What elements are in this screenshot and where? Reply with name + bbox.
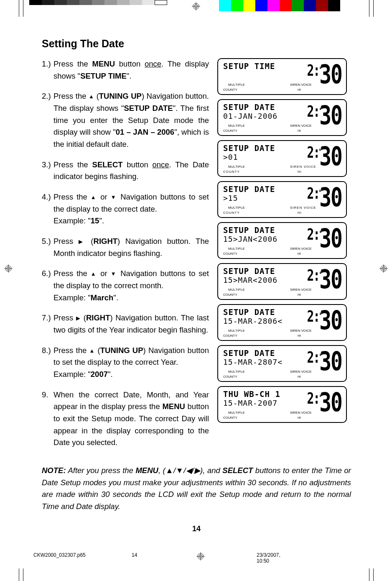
footer-page: 14 (132, 552, 196, 564)
lcd-panel-1: SETUP TIMEMULTIPLESIREN VOICECOUNTYHI⇞2:… (217, 58, 347, 95)
step-9: 9.When the correct Date, Month, and Year… (42, 389, 209, 449)
instruction-steps: 1.)Press the MENU button once. The displ… (42, 58, 209, 457)
registration-mark-left-icon (4, 264, 13, 273)
step-6: 6.)Press the ▲ or ▼ Navigation buttons t… (42, 268, 209, 304)
lcd-panel-6: SETUP DATE15>MAR<2006MULTIPLESIREN VOICE… (217, 263, 347, 300)
lcd-clock: 2:30 (307, 305, 342, 335)
note-label: NOTE: (42, 466, 66, 475)
lcd-clock: 2:30 (307, 387, 342, 417)
page-content: Setting The Date 1.)Press the MENU butto… (42, 38, 351, 533)
lcd-hi: HI (298, 375, 301, 379)
lcd-county: COUNTY (223, 375, 237, 379)
lcd-column: SETUP TIMEMULTIPLESIREN VOICECOUNTYHI⇞2:… (217, 58, 347, 457)
lcd-multiple: MULTIPLE (228, 247, 245, 251)
step-7: 7.)Press ▶ (RIGHT) Navigation button. Th… (42, 312, 209, 336)
lcd-clock: 2:30 (307, 346, 342, 376)
lcd-panel-4: SETUP DATE>15MULTIPLESIREN VOICECOUNTYHI… (217, 181, 347, 218)
lcd-hi: HI (298, 170, 302, 174)
grayscale-bar (29, 0, 167, 5)
note-block: NOTE: After you press the MENU, (▲/▼/◀/▶… (42, 465, 351, 513)
lcd-county: COUNTY (223, 334, 237, 338)
registration-mark-right-icon (379, 264, 388, 273)
lcd-multiple: MULTIPLE (228, 370, 245, 374)
lcd-hi: HI (298, 334, 301, 338)
step-3: 3.)Press the SELECT button once. The Dat… (42, 159, 209, 183)
lcd-panel-7: SETUP DATE15-MAR-2806<MULTIPLESIREN VOIC… (217, 304, 347, 341)
lcd-county: COUNTY (223, 129, 237, 133)
lcd-county: COUNTY (223, 211, 240, 215)
lcd-clock: 2:30 (307, 100, 342, 131)
lcd-hi: HI (298, 129, 301, 133)
footer-file: CKW2000_032307.p65 (33, 552, 132, 564)
registration-top (0, 0, 392, 13)
lcd-multiple: MULTIPLE (228, 83, 245, 87)
color-bar (207, 0, 340, 11)
lcd-panel-2: SETUP DATE01-JAN-2006MULTIPLESIREN VOICE… (217, 99, 347, 136)
lcd-line2: >01MULTIPLESIREN VOICECOUNTYHI⇞2:30 (223, 153, 342, 161)
lcd-panel-8: SETUP DATE15-MAR-2807<MULTIPLESIREN VOIC… (217, 345, 347, 382)
step-1: 1.)Press the MENU button once. The displ… (42, 58, 209, 82)
lcd-county: COUNTY (223, 252, 237, 256)
lcd-multiple: MULTIPLE (228, 329, 245, 333)
lcd-panel-9: THU WB-CH 115-MAR-2007MULTIPLESIREN VOIC… (217, 386, 347, 423)
lcd-panel-5: SETUP DATE15>JAN<2006MULTIPLESIREN VOICE… (217, 222, 347, 259)
lcd-hi: HI (298, 252, 301, 256)
lcd-hi: HI (298, 211, 302, 215)
lcd-multiple: MULTIPLE (228, 165, 245, 169)
lcd-hi: HI (298, 293, 301, 297)
lcd-hi: HI (298, 88, 301, 92)
lcd-panel-3: SETUP DATE>01MULTIPLESIREN VOICECOUNTYHI… (217, 140, 347, 177)
lcd-multiple: MULTIPLE (228, 288, 245, 292)
page-title: Setting The Date (42, 38, 351, 50)
lcd-clock: 2:30 (307, 59, 342, 90)
step-5: 5.)Press ▶ (RIGHT) Navigation button. Th… (42, 235, 209, 259)
step-2: 2.)Press the ▲ (TUNING UP) Navigation bu… (42, 90, 209, 150)
lcd-multiple: MULTIPLE (228, 124, 245, 128)
lcd-county: COUNTY (223, 416, 237, 420)
lcd-clock: 2:30 (307, 223, 342, 253)
registration-mark-footer-icon (196, 552, 206, 564)
lcd-county: COUNTY (223, 88, 237, 92)
lcd-hi: HI (298, 416, 301, 420)
lcd-county: COUNTY (223, 293, 237, 297)
lcd-clock: 2:30 (307, 264, 342, 294)
footer: CKW2000_032307.p65 14 23/3/2007, 10:50 (33, 552, 359, 564)
lcd-clock: 2:30 (307, 141, 342, 171)
lcd-line2: >15MULTIPLESIREN VOICECOUNTYHI⇞2:30 (223, 194, 342, 202)
lcd-multiple: MULTIPLE (228, 206, 245, 210)
footer-date: 23/3/2007, 10:50 (206, 552, 282, 564)
step-8: 8.)Press the ▲ (TUNING UP) Navigation bu… (42, 345, 209, 381)
registration-mark-icon (192, 2, 200, 12)
lcd-clock: 2:30 (307, 182, 342, 212)
page-number: 14 (42, 525, 351, 533)
lcd-multiple: MULTIPLE (228, 411, 245, 415)
lcd-county: COUNTY (223, 170, 240, 174)
step-4: 4.)Press the ▲ or ▼ Navigation buttons t… (42, 191, 209, 227)
